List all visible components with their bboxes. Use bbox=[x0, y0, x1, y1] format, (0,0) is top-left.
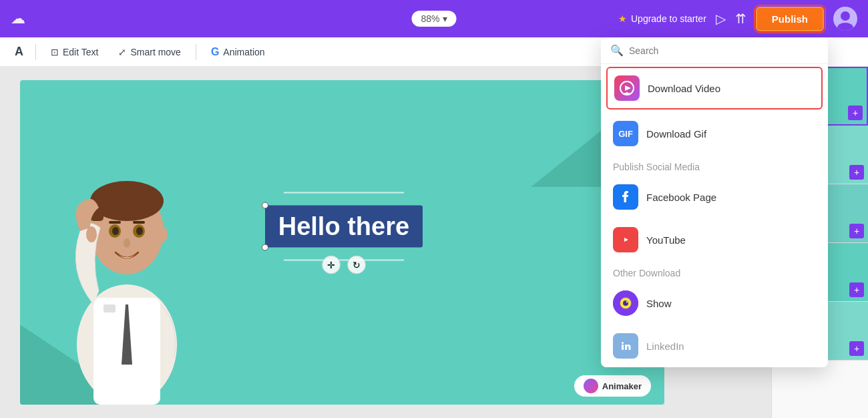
svg-point-12 bbox=[136, 227, 143, 235]
publish-dropdown: 🔍 Download Video GIF Download Gif Publis… bbox=[601, 37, 828, 367]
download-video-label: Download Video bbox=[648, 83, 720, 94]
toolbar-divider-1 bbox=[35, 44, 36, 60]
header-left: ☁ bbox=[11, 10, 25, 27]
publish-social-section: Publish Social Media bbox=[601, 155, 828, 176]
youtube-label: YouTube bbox=[646, 234, 686, 246]
show-icon bbox=[613, 290, 638, 316]
toolbar-divider-2 bbox=[196, 44, 196, 60]
youtube-item[interactable]: YouTube bbox=[601, 218, 828, 261]
chevron-down-icon: ▾ bbox=[443, 13, 447, 24]
linkedin-item[interactable]: LinkedIn bbox=[601, 325, 828, 367]
download-gif-item[interactable]: GIF Download Gif bbox=[601, 112, 828, 155]
text-tool-icon[interactable]: A bbox=[9, 45, 29, 59]
download-video-icon bbox=[614, 75, 640, 101]
svg-rect-13 bbox=[109, 221, 121, 224]
svg-rect-16 bbox=[103, 304, 116, 312]
rotate-control[interactable]: ↻ bbox=[347, 255, 366, 274]
animation-icon: G bbox=[211, 46, 219, 58]
upgrade-label: Upgrade to starter bbox=[631, 13, 706, 24]
svg-point-15 bbox=[124, 238, 130, 248]
other-download-section: Other Download bbox=[601, 261, 828, 282]
search-input[interactable] bbox=[629, 45, 819, 56]
hello-text-box[interactable]: Hello there ✛ ↻ bbox=[265, 205, 423, 247]
edit-text-label: Edit Text bbox=[63, 47, 98, 57]
download-gif-icon: GIF bbox=[613, 121, 638, 146]
zoom-control[interactable]: 88% ▾ bbox=[411, 11, 456, 27]
add-slide-1[interactable]: + bbox=[848, 106, 863, 120]
smart-move-icon: ⤢ bbox=[118, 47, 126, 57]
svg-marker-20 bbox=[625, 85, 631, 91]
edit-text-tool[interactable]: ⊡ Edit Text bbox=[43, 43, 106, 61]
controls-bar: ✛ ↻ bbox=[322, 255, 366, 274]
show-item[interactable]: Show bbox=[601, 282, 828, 325]
add-slide-5[interactable]: + bbox=[849, 341, 864, 356]
svg-point-11 bbox=[112, 227, 119, 235]
app-header: ☁ 88% ▾ ★ Upgrade to starter ▷ ⇈ Publish bbox=[0, 0, 868, 37]
handle-tl[interactable] bbox=[262, 202, 268, 208]
move-control[interactable]: ✛ bbox=[322, 255, 341, 274]
svg-point-28 bbox=[626, 301, 628, 303]
handle-bl[interactable] bbox=[262, 244, 268, 250]
download-video-item[interactable]: Download Video bbox=[606, 67, 823, 110]
zoom-value: 88% bbox=[421, 13, 439, 24]
upgrade-button[interactable]: ★ Upgrade to starter bbox=[618, 13, 706, 24]
avatar[interactable] bbox=[833, 7, 857, 31]
publish-button[interactable]: Publish bbox=[756, 7, 824, 31]
svg-point-18 bbox=[157, 226, 168, 242]
share-icon[interactable]: ⇈ bbox=[735, 11, 746, 27]
search-icon: 🔍 bbox=[610, 44, 624, 57]
edit-text-icon: ⊡ bbox=[51, 47, 59, 57]
animation-tool[interactable]: G Animation bbox=[203, 43, 273, 61]
character-illustration bbox=[27, 97, 227, 405]
cloud-icon[interactable]: ☁ bbox=[11, 10, 25, 27]
add-slide-2[interactable]: + bbox=[849, 165, 864, 180]
linkedin-icon bbox=[613, 333, 638, 359]
svg-point-31 bbox=[622, 342, 624, 344]
slide-canvas[interactable]: Hello there ✛ ↻ Animaker bbox=[20, 80, 664, 405]
watermark: Animaker bbox=[574, 375, 651, 397]
watermark-logo bbox=[584, 379, 598, 393]
download-gif-label: Download Gif bbox=[646, 128, 706, 140]
watermark-text: Animaker bbox=[602, 381, 642, 391]
add-slide-3[interactable]: + bbox=[849, 224, 864, 238]
svg-point-17 bbox=[86, 226, 97, 242]
add-slide-4[interactable]: + bbox=[849, 282, 864, 297]
show-label: Show bbox=[646, 298, 672, 309]
svg-rect-14 bbox=[133, 221, 145, 224]
linkedin-label: LinkedIn bbox=[646, 341, 684, 352]
facebook-icon bbox=[613, 184, 638, 210]
dropdown-search-bar: 🔍 bbox=[601, 37, 828, 64]
dropdown-scroll-area: Download Video GIF Download Gif Publish … bbox=[601, 64, 828, 367]
smart-move-label: Smart move bbox=[130, 47, 180, 57]
svg-rect-30 bbox=[622, 345, 624, 350]
svg-point-1 bbox=[841, 11, 850, 21]
youtube-icon bbox=[613, 227, 638, 252]
header-center: 88% ▾ bbox=[411, 11, 456, 27]
facebook-item[interactable]: Facebook Page bbox=[601, 176, 828, 218]
facebook-label: Facebook Page bbox=[646, 192, 716, 203]
smart-move-tool[interactable]: ⤢ Smart move bbox=[110, 43, 188, 61]
animation-label: Animation bbox=[223, 47, 264, 57]
star-icon: ★ bbox=[618, 13, 627, 24]
play-icon[interactable]: ▷ bbox=[716, 11, 726, 27]
hello-text[interactable]: Hello there bbox=[265, 205, 423, 247]
line-above bbox=[284, 192, 404, 193]
header-right: ★ Upgrade to starter ▷ ⇈ Publish bbox=[618, 7, 857, 31]
